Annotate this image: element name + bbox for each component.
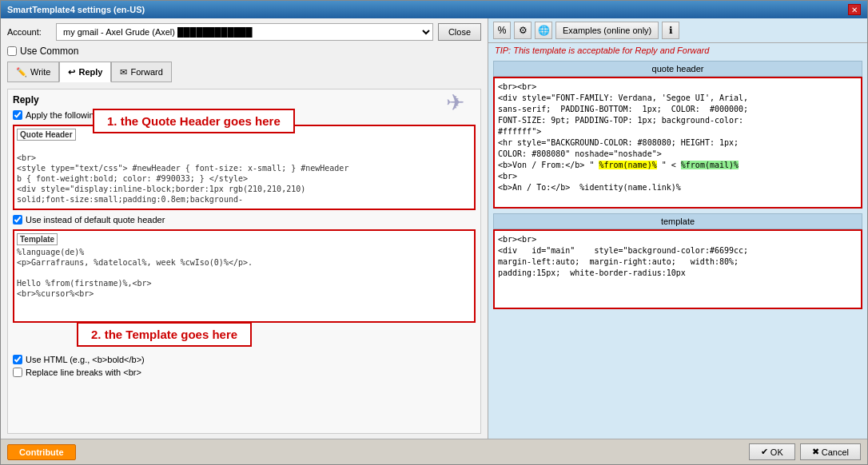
gear-icon-button[interactable]: ⚙ [514, 22, 532, 39]
template-label: Template [17, 233, 58, 245]
replace-checkbox[interactable] [13, 368, 22, 377]
quote-header-label: Quote Header [17, 129, 76, 141]
percent-icon-button[interactable]: % [493, 22, 511, 39]
template-content[interactable]: %language(de)% <p>Garrafrauns, %dateloca… [17, 247, 472, 319]
use-html-checkbox[interactable] [13, 355, 22, 364]
replace-row: Replace line breaks with <br> [13, 368, 476, 377]
bottom-bar: Contribute ✔ OK ✖ Cancel [1, 439, 867, 464]
reply-title: Reply [13, 94, 476, 105]
quote-header-code-section: quote header <br><br> <div style="FONT-F… [493, 61, 862, 209]
ok-button[interactable]: ✔ OK [749, 443, 795, 460]
tab-reply[interactable]: ↩ Reply [59, 62, 111, 82]
use-html-label: Use HTML (e.g., <b>bold</b>) [26, 355, 145, 364]
use-common-row: Use Common [7, 46, 481, 57]
account-label: Account: [7, 27, 51, 37]
right-toolbar: % ⚙ 🌐 Examples (online only) ℹ [488, 18, 867, 43]
quote-header-content[interactable]: <br> <style type="text/css"> #newHeader … [17, 142, 472, 206]
tabs-row: ✏️ Write ↩ Reply ✉ Forward [7, 62, 481, 82]
right-panel: % ⚙ 🌐 Examples (online only) ℹ TIP: This… [488, 18, 867, 439]
quote-header-code-box[interactable]: <br><br> <div style="FONT-FAMILY: Verdan… [493, 77, 862, 209]
annotation-2: 2. the Template goes here [77, 322, 252, 347]
template-code-section: template <br><br> <div id="main" style="… [493, 213, 862, 309]
quote-header-box: Quote Header <br> <style type="text/css"… [13, 125, 476, 210]
main-window: SmartTemplate4 settings (en-US) ✕ Accoun… [0, 0, 868, 465]
window-title: SmartTemplate4 settings (en-US) [7, 5, 145, 14]
main-content: Account: my gmail - Axel Grude (Axel) ██… [1, 18, 867, 439]
tab-write[interactable]: ✏️ Write [7, 62, 59, 82]
use-common-label: Use Common [20, 46, 78, 57]
annotation-1: 1. the Quote Header goes here [93, 109, 295, 133]
forward-icon: ✉ [120, 67, 127, 78]
close-button[interactable]: Close [438, 23, 481, 41]
examples-label: Examples (online only) [563, 26, 651, 35]
right-sections: quote header <br><br> <div style="FONT-F… [488, 58, 867, 439]
use-instead-row: Use instead of default quote header [13, 215, 476, 225]
info-button[interactable]: ℹ [662, 22, 679, 39]
tab-write-label: Write [30, 67, 50, 77]
ok-cancel-group: ✔ OK ✖ Cancel [749, 443, 861, 460]
cancel-button[interactable]: ✖ Cancel [800, 443, 861, 460]
reply-icon: ↩ [68, 67, 75, 78]
tip-text: TIP: This template is acceptable for Rep… [495, 46, 709, 55]
contribute-button[interactable]: Contribute [7, 444, 76, 460]
left-panel: Account: my gmail - Axel Grude (Axel) ██… [1, 18, 488, 439]
apply-checkbox[interactable] [13, 110, 22, 120]
use-instead-checkbox[interactable] [13, 215, 22, 225]
replace-label: Replace line breaks with <br> [26, 368, 141, 377]
use-instead-label: Use instead of default quote header [26, 215, 165, 225]
window-close-button[interactable]: ✕ [848, 4, 861, 15]
examples-button[interactable]: Examples (online only) [555, 22, 659, 39]
quote-header-section-title: quote header [493, 61, 862, 77]
world-icon-button[interactable]: 🌐 [535, 22, 552, 39]
cancel-x-icon: ✖ [812, 447, 819, 457]
template-box: Template %language(de)% <p>Garrafrauns, … [13, 229, 476, 323]
account-select[interactable]: my gmail - Axel Grude (Axel) ███████████… [56, 23, 433, 41]
account-row: Account: my gmail - Axel Grude (Axel) ██… [7, 23, 481, 41]
write-icon: ✏️ [16, 67, 27, 78]
tip-bar: TIP: This template is acceptable for Rep… [488, 43, 867, 58]
use-html-row: Use HTML (e.g., <b>bold</b>) [13, 355, 476, 364]
title-bar: SmartTemplate4 settings (en-US) ✕ [1, 1, 867, 18]
reply-section: Reply ✈ Apply the following template to … [7, 89, 481, 434]
tab-forward-label: Forward [130, 67, 162, 77]
tab-reply-label: Reply [78, 67, 102, 77]
envelope-icon: ✈ [446, 89, 464, 116]
tab-forward[interactable]: ✉ Forward [111, 62, 171, 82]
template-section-title: template [493, 213, 862, 229]
use-common-checkbox[interactable] [7, 46, 17, 56]
ok-checkmark-icon: ✔ [761, 447, 768, 457]
template-code-box[interactable]: <br><br> <div id="main" style="backgroun… [493, 229, 862, 309]
